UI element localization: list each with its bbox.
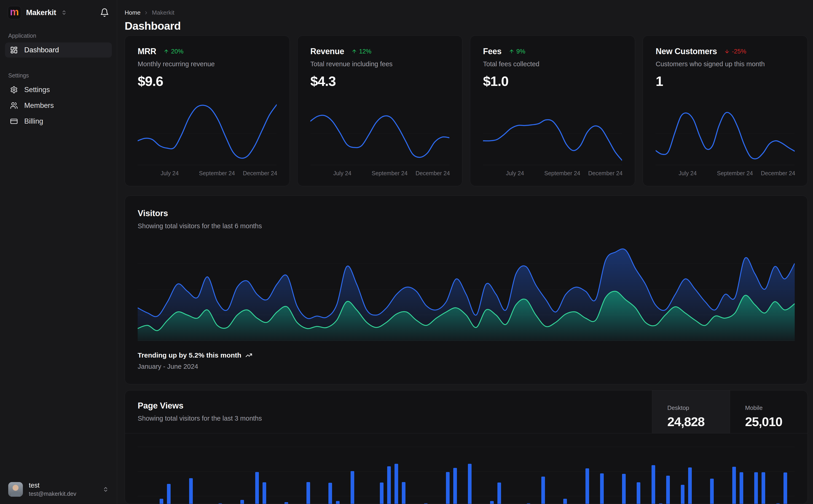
trend-badge: -25% (724, 48, 746, 55)
x-tick: September 24 (717, 170, 753, 177)
sidebar-item-label: Dashboard (24, 46, 59, 54)
bar (784, 472, 787, 504)
x-tick: September 24 (372, 170, 408, 177)
bar (710, 479, 714, 504)
bar (732, 467, 736, 504)
page-views-subtitle: Showing total visitors for the last 3 mo… (138, 415, 639, 422)
bar (336, 501, 340, 504)
toggle-value: 25,010 (745, 414, 803, 429)
sparkline-chart: July 24 September 24 December 24 (656, 101, 795, 177)
bar (468, 464, 472, 504)
bar (585, 468, 589, 504)
user-name: test (29, 482, 76, 489)
bar (754, 472, 758, 504)
visitors-area-chart (138, 238, 795, 341)
stat-card-revenue: Revenue 12% Total revenue including fees… (297, 35, 462, 186)
sidebar-item-label: Billing (24, 117, 43, 125)
breadcrumb-current: Makerkit (152, 9, 174, 16)
bar (240, 500, 244, 504)
bar (328, 483, 332, 504)
credit-card-icon (10, 117, 18, 125)
sparkline-chart: July 24 September 24 December 24 (138, 101, 277, 177)
x-tick: December 24 (588, 170, 623, 177)
bar (189, 478, 193, 504)
visitors-trend-text: Trending up by 5.2% this month (138, 351, 241, 359)
stat-value: $9.6 (138, 73, 277, 89)
stat-title: New Customers (656, 47, 717, 56)
x-tick: December 24 (243, 170, 277, 177)
trending-up-icon (246, 352, 252, 359)
stat-cards-row: MRR 20% Monthly recurring revenue $9.6 J… (125, 35, 808, 186)
bar (387, 466, 391, 504)
sidebar-item-settings[interactable]: Settings (5, 82, 112, 97)
arrow-up-icon (163, 49, 169, 54)
stat-subtitle: Total fees collected (483, 60, 622, 68)
bar (159, 499, 163, 504)
x-tick: July 24 (333, 170, 351, 177)
app-logo: m (8, 6, 21, 19)
bar (395, 464, 398, 504)
workspace-name: Makerkit (26, 8, 56, 17)
breadcrumb: Home Makerkit (125, 9, 808, 16)
bar (652, 465, 655, 504)
sidebar-item-billing[interactable]: Billing (5, 114, 112, 129)
chevrons-up-down-icon (61, 10, 67, 15)
sparkline-chart: July 24 September 24 December 24 (483, 101, 622, 177)
bar (622, 474, 626, 504)
visitors-title: Visitors (138, 209, 795, 218)
bar (497, 483, 501, 504)
sidebar-item-members[interactable]: Members (5, 98, 112, 113)
bell-icon (100, 8, 109, 17)
bar (255, 472, 259, 504)
bar (740, 472, 743, 504)
stat-title: MRR (138, 47, 156, 56)
trend-badge: 9% (509, 48, 525, 55)
nav-section-application: Application (5, 30, 112, 42)
toggle-label: Mobile (745, 404, 803, 411)
x-axis-labels: July 24 September 24 December 24 (138, 166, 277, 177)
sidebar-item-dashboard[interactable]: Dashboard (5, 42, 112, 58)
workspace-selector[interactable]: m Makerkit (0, 0, 117, 24)
mobile-toggle-button[interactable]: Mobile 25,010 (730, 390, 808, 433)
notifications-button[interactable] (100, 8, 109, 17)
user-email: test@makerkit.dev (29, 491, 76, 497)
x-axis-labels: July 24 September 24 December 24 (656, 166, 795, 177)
visitors-card: Visitors Showing total visitors for the … (125, 196, 808, 384)
page-views-card: Page Views Showing total visitors for th… (125, 390, 808, 504)
bar (351, 471, 354, 504)
arrow-down-icon (724, 49, 730, 54)
arrow-up-icon (509, 49, 514, 54)
x-tick: September 24 (544, 170, 580, 177)
sidebar-item-label: Members (24, 101, 54, 110)
nav-section-settings: Settings (5, 69, 112, 82)
trend-badge: 20% (163, 48, 183, 55)
bar (541, 477, 545, 504)
stat-card-mrr: MRR 20% Monthly recurring revenue $9.6 J… (125, 35, 290, 186)
breadcrumb-home[interactable]: Home (125, 9, 140, 16)
bar (681, 485, 685, 504)
user-menu[interactable]: test test@makerkit.dev (0, 475, 117, 504)
sidebar-nav: Application Dashboard Settings Settings … (0, 24, 117, 130)
stat-title: Fees (483, 47, 501, 56)
stat-value: $1.0 (483, 73, 622, 89)
x-axis-labels: July 24 September 24 December 24 (483, 166, 622, 177)
sidebar: m Makerkit Application Dashboard Setting… (0, 0, 117, 504)
bar (600, 473, 604, 504)
visitors-footer: Trending up by 5.2% this month January -… (138, 351, 795, 370)
chevron-right-icon (144, 10, 149, 15)
bar (688, 467, 692, 504)
bar (380, 483, 384, 504)
stat-card-fees: Fees 9% Total fees collected $1.0 July 2… (470, 35, 635, 186)
stat-subtitle: Customers who signed up this month (656, 60, 795, 68)
desktop-toggle-button[interactable]: Desktop 24,828 (652, 390, 730, 433)
app-logo-letter: m (10, 7, 19, 17)
x-axis-labels: July 24 September 24 December 24 (310, 166, 449, 177)
bar (666, 476, 670, 504)
bar (563, 499, 567, 504)
chevrons-up-down-icon (103, 486, 109, 492)
x-tick: July 24 (506, 170, 524, 177)
x-tick: December 24 (761, 170, 795, 177)
bar (446, 472, 450, 504)
stat-subtitle: Monthly recurring revenue (138, 60, 277, 68)
stat-subtitle: Total revenue including fees (310, 60, 449, 68)
